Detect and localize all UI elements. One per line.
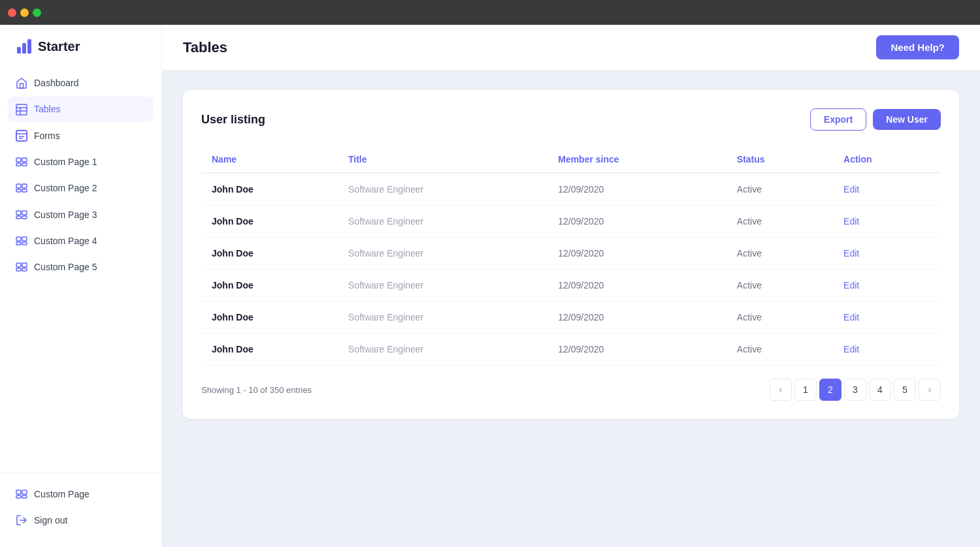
sidebar-bottom: Custom Page Sign out: [0, 473, 161, 534]
svg-rect-34: [22, 490, 27, 494]
cell-title: Software Engineer: [338, 206, 547, 238]
sidebar-item-label: Forms: [34, 131, 60, 141]
sidebar-item-custom-page-5[interactable]: Custom Page 5: [8, 255, 154, 279]
main-area: Tables Need Help? User listing Export Ne…: [162, 25, 980, 547]
cell-action-edit[interactable]: Edit: [833, 270, 941, 302]
svg-rect-0: [17, 47, 21, 54]
page-3-button[interactable]: 3: [844, 379, 866, 401]
home-icon: [16, 77, 27, 89]
sidebar-item-label: Dashboard: [34, 78, 79, 88]
custom-page-icon: [16, 208, 27, 220]
cell-member-since: 12/09/2020: [547, 238, 727, 270]
sidebar-nav: Dashboard Tables: [0, 70, 161, 473]
svg-rect-23: [16, 216, 21, 219]
logo: Starter: [0, 38, 161, 70]
cell-name: John Doe: [201, 206, 338, 238]
col-header-status: Status: [727, 146, 833, 173]
table-row: John Doe Software Engineer 12/09/2020 Ac…: [201, 302, 941, 334]
table-row: John Doe Software Engineer 12/09/2020 Ac…: [201, 238, 941, 270]
need-help-button[interactable]: Need Help?: [876, 35, 959, 59]
cell-name: John Doe: [201, 238, 338, 270]
table-row: John Doe Software Engineer 12/09/2020 Ac…: [201, 206, 941, 238]
svg-rect-31: [16, 268, 21, 271]
svg-rect-22: [22, 211, 27, 215]
new-user-button[interactable]: New User: [873, 109, 941, 130]
user-table: Name Title Member since Status Action Jo…: [201, 146, 941, 366]
custom-page-icon: [16, 182, 27, 194]
page-title: Tables: [183, 39, 227, 56]
cell-action-edit[interactable]: Edit: [833, 206, 941, 238]
table-row: John Doe Software Engineer 12/09/2020 Ac…: [201, 334, 941, 366]
cell-title: Software Engineer: [338, 270, 547, 302]
sidebar-item-custom-page-bottom[interactable]: Custom Page: [8, 481, 154, 506]
cell-action-edit[interactable]: Edit: [833, 302, 941, 334]
svg-rect-9: [16, 131, 27, 141]
custom-page-icon: [16, 261, 27, 273]
sidebar-item-custom-page-2[interactable]: Custom Page 2: [8, 176, 154, 200]
svg-rect-21: [16, 211, 21, 215]
cell-name: John Doe: [201, 302, 338, 334]
sidebar-item-forms[interactable]: Forms: [8, 123, 154, 148]
svg-rect-4: [16, 104, 27, 115]
cell-status: Active: [727, 173, 833, 206]
cell-action-edit[interactable]: Edit: [833, 238, 941, 270]
svg-rect-3: [20, 84, 24, 88]
minimize-button[interactable]: [20, 8, 29, 17]
svg-rect-27: [16, 242, 21, 245]
col-header-title: Title: [338, 146, 547, 173]
cell-member-since: 12/09/2020: [547, 334, 727, 366]
cell-title: Software Engineer: [338, 334, 547, 366]
table-header-row: Name Title Member since Status Action: [201, 146, 941, 173]
close-button[interactable]: [8, 8, 16, 17]
cell-name: John Doe: [201, 334, 338, 366]
svg-rect-20: [22, 189, 27, 192]
sidebar-item-custom-page-1[interactable]: Custom Page 1: [8, 149, 154, 174]
svg-rect-1: [22, 43, 26, 54]
header: Tables Need Help?: [162, 25, 980, 70]
svg-rect-16: [22, 163, 27, 166]
page-5-button[interactable]: 5: [894, 379, 916, 401]
table-icon: [16, 103, 27, 115]
sidebar-item-sign-out[interactable]: Sign out: [8, 508, 154, 533]
custom-page-icon: [16, 235, 27, 247]
export-button[interactable]: Export: [810, 108, 866, 131]
sidebar-item-tables[interactable]: Tables: [8, 97, 154, 121]
svg-rect-35: [16, 495, 21, 498]
svg-rect-29: [16, 263, 21, 267]
card-actions: Export New User: [810, 108, 941, 131]
svg-rect-17: [16, 184, 21, 188]
pagination-info: Showing 1 - 10 of 350 entries: [201, 385, 312, 395]
svg-rect-13: [16, 158, 21, 162]
cell-action-edit[interactable]: Edit: [833, 173, 941, 206]
sidebar-item-label: Custom Page: [34, 489, 90, 499]
maximize-button[interactable]: [33, 8, 41, 17]
sidebar: Starter Dashboard: [0, 25, 162, 547]
svg-rect-24: [22, 216, 27, 219]
sidebar-item-custom-page-3[interactable]: Custom Page 3: [8, 202, 154, 227]
svg-rect-28: [22, 242, 27, 245]
titlebar: [0, 0, 980, 25]
pagination: ‹ 1 2 3 4 5 ›: [770, 379, 941, 401]
sidebar-item-label: Sign out: [34, 515, 67, 525]
cell-action-edit[interactable]: Edit: [833, 334, 941, 366]
cell-status: Active: [727, 334, 833, 366]
next-page-button[interactable]: ›: [919, 379, 941, 401]
page-2-button[interactable]: 2: [819, 379, 841, 401]
signout-icon: [16, 514, 27, 526]
table-row: John Doe Software Engineer 12/09/2020 Ac…: [201, 270, 941, 302]
prev-page-button[interactable]: ‹: [770, 379, 792, 401]
sidebar-item-label: Tables: [34, 104, 60, 114]
svg-rect-26: [22, 237, 27, 241]
svg-rect-30: [22, 263, 27, 267]
user-listing-card: User listing Export New User Name Title …: [183, 90, 959, 419]
sidebar-item-custom-page-4[interactable]: Custom Page 4: [8, 228, 154, 253]
cell-status: Active: [727, 270, 833, 302]
svg-rect-33: [16, 490, 21, 494]
page-4-button[interactable]: 4: [869, 379, 891, 401]
sidebar-item-label: Custom Page 2: [34, 183, 97, 193]
sidebar-item-dashboard[interactable]: Dashboard: [8, 70, 154, 95]
col-header-name: Name: [201, 146, 338, 173]
cell-status: Active: [727, 302, 833, 334]
svg-rect-18: [22, 184, 27, 188]
page-1-button[interactable]: 1: [794, 379, 817, 401]
